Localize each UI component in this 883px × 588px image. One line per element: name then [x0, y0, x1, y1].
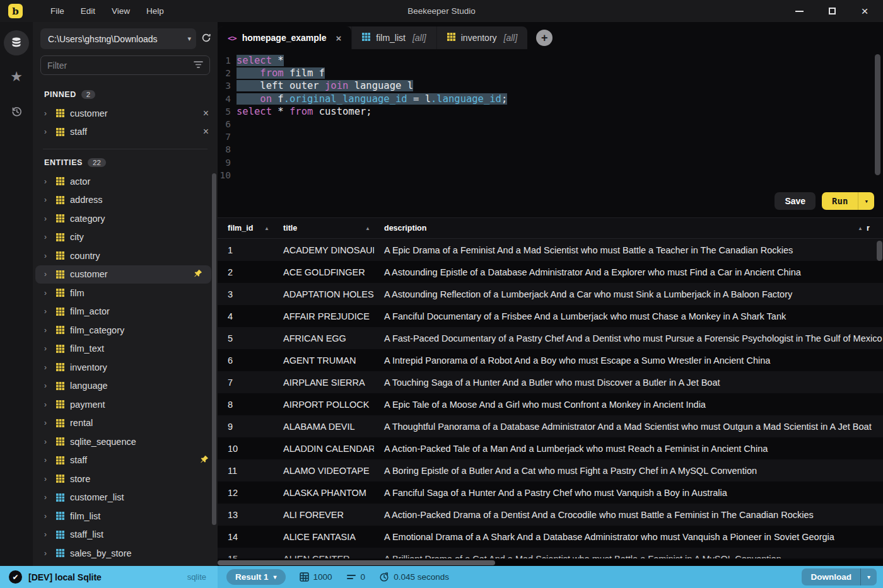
chevron-right-icon[interactable]: ›	[44, 127, 50, 136]
cell-description[interactable]: A Emotional Drama of a A Shark And a Dat…	[374, 532, 883, 542]
cell-film-id[interactable]: 9	[218, 422, 273, 432]
database-nav-icon[interactable]	[4, 30, 29, 55]
chevron-right-icon[interactable]: ›	[44, 214, 50, 223]
code-line-10[interactable]: 10	[218, 169, 883, 182]
chevron-right-icon[interactable]: ›	[44, 418, 50, 427]
cell-description[interactable]: A Epic Tale of a Moose And a Girl who mu…	[374, 400, 883, 410]
column-header-description[interactable]: description	[384, 224, 426, 233]
cell-title[interactable]: ALIEN CENTER	[273, 554, 374, 559]
code-line-4[interactable]: 4 on f.original_language_id = l.language…	[218, 93, 883, 105]
close-icon[interactable]: ×	[857, 3, 873, 20]
cell-description[interactable]: A Fanciful Saga of a Hunter And a Pastry…	[374, 488, 883, 498]
code-line-2[interactable]: 2 from film f	[218, 67, 883, 79]
table-row[interactable]: 2ACE GOLDFINGERA Astounding Epistle of a…	[218, 261, 883, 283]
cell-film-id[interactable]: 2	[218, 267, 273, 277]
pin-icon[interactable]	[200, 455, 209, 466]
chevron-right-icon[interactable]: ›	[44, 344, 50, 353]
tab-film-list[interactable]: film_list [all]	[351, 26, 436, 49]
table-row[interactable]: 4AFFAIR PREJUDICEA Fanciful Documentary …	[218, 305, 883, 327]
cell-film-id[interactable]: 14	[218, 532, 273, 542]
table-row[interactable]: 7AIRPLANE SIERRAA Touching Saga of a Hun…	[218, 371, 883, 393]
table-row[interactable]: 6AGENT TRUMANA Intrepid Panorama of a Ro…	[218, 349, 883, 371]
table-row[interactable]: 5AFRICAN EGGA Fast-Paced Documentary of …	[218, 327, 883, 349]
run-options-caret-icon[interactable]: ▾	[858, 192, 874, 210]
result-selector-button[interactable]: Result 1 ▾	[226, 569, 286, 585]
cell-film-id[interactable]: 3	[218, 289, 273, 299]
code-line-5[interactable]: 5select * from customer;	[218, 105, 883, 118]
entity-item-sales_by_store[interactable]: ›sales_by_store	[33, 544, 218, 563]
chevron-right-icon[interactable]: ›	[44, 109, 50, 118]
column-header-film-id[interactable]: film_id	[228, 224, 253, 233]
cell-title[interactable]: ALADDIN CALENDAR	[273, 444, 374, 454]
cell-title[interactable]: AFFAIR PREJUDICE	[273, 311, 374, 321]
new-tab-button[interactable]: +	[536, 30, 553, 46]
entity-item-language[interactable]: ›language	[33, 377, 218, 396]
cell-film-id[interactable]: 11	[218, 466, 273, 476]
chevron-right-icon[interactable]: ›	[44, 233, 50, 241]
cell-description[interactable]: A Fanciful Documentary of a Frisbee And …	[374, 311, 883, 321]
code-line-8[interactable]: 8	[218, 143, 883, 156]
chevron-right-icon[interactable]: ›	[44, 437, 50, 446]
cell-description[interactable]: A Thoughtful Panorama of a Database Admi…	[374, 422, 883, 432]
entity-item-customer_list[interactable]: ›customer_list	[33, 488, 218, 507]
chevron-right-icon[interactable]: ›	[44, 530, 50, 539]
entity-item-film_actor[interactable]: ›film_actor	[33, 303, 218, 321]
table-row[interactable]: 1ACADEMY DINOSAURA Epic Drama of a Femin…	[218, 239, 883, 261]
chevron-right-icon[interactable]: ›	[44, 456, 50, 464]
table-row[interactable]: 13ALI FOREVERA Action-Packed Drama of a …	[218, 504, 883, 526]
code-line-1[interactable]: 1select *	[218, 54, 883, 67]
entity-item-payment[interactable]: ›payment	[33, 395, 218, 414]
run-button[interactable]: Run ▾	[822, 192, 874, 210]
code-line-9[interactable]: 9	[218, 156, 883, 169]
chevron-right-icon[interactable]: ›	[44, 512, 50, 521]
cell-title[interactable]: ALAMO VIDEOTAPE	[273, 466, 374, 476]
entity-item-rental[interactable]: ›rental	[33, 414, 218, 433]
table-row[interactable]: 8AIRPORT POLLOCKA Epic Tale of a Moose A…	[218, 393, 883, 415]
menu-help[interactable]: Help	[146, 6, 164, 16]
maximize-icon[interactable]	[824, 3, 840, 20]
cell-film-id[interactable]: 13	[218, 510, 273, 520]
cell-description[interactable]: A Astounding Reflection of a Lumberjack …	[374, 289, 883, 299]
table-row[interactable]: 14ALICE FANTASIAA Emotional Drama of a A…	[218, 526, 883, 548]
entity-item-film_text[interactable]: ›film_text	[33, 340, 218, 359]
filter-icon[interactable]	[194, 60, 203, 71]
chevron-right-icon[interactable]: ›	[44, 493, 50, 502]
cell-description[interactable]: A Brilliant Drama of a Cat And a Mad Sci…	[374, 554, 883, 559]
favorites-nav-icon[interactable]: ★	[4, 64, 29, 89]
table-row[interactable]: 15ALIEN CENTERA Brilliant Drama of a Cat…	[218, 548, 883, 558]
cell-film-id[interactable]: 5	[218, 333, 273, 343]
table-row[interactable]: 12ALASKA PHANTOMA Fanciful Saga of a Hun…	[218, 481, 883, 504]
entity-item-country[interactable]: ›country	[33, 246, 218, 265]
table-row[interactable]: 9ALABAMA DEVILA Thoughtful Panorama of a…	[218, 415, 883, 437]
unpin-icon[interactable]: ×	[203, 108, 209, 119]
cell-film-id[interactable]: 15	[218, 554, 273, 559]
cell-title[interactable]: AIRPORT POLLOCK	[273, 400, 374, 410]
cell-film-id[interactable]: 6	[218, 355, 273, 366]
cell-description[interactable]: A Astounding Epistle of a Database Admin…	[374, 267, 883, 277]
entity-item-film_category[interactable]: ›film_category	[33, 321, 218, 340]
entity-item-film[interactable]: ›film	[33, 284, 218, 303]
tab-inventory[interactable]: inventory [all]	[436, 26, 528, 49]
minimize-icon[interactable]	[791, 3, 807, 20]
chevron-right-icon[interactable]: ›	[44, 549, 50, 558]
cell-film-id[interactable]: 1	[218, 245, 273, 255]
entity-item-city[interactable]: ›city	[33, 228, 218, 247]
cell-film-id[interactable]: 7	[218, 378, 273, 388]
entity-item-actor[interactable]: ›actor	[33, 172, 218, 191]
cell-title[interactable]: ALI FOREVER	[273, 510, 374, 520]
cell-title[interactable]: ADAPTATION HOLES	[273, 289, 374, 299]
cell-film-id[interactable]: 12	[218, 488, 273, 498]
chevron-right-icon[interactable]: ›	[44, 381, 50, 390]
cell-description[interactable]: A Action-Packed Tale of a Man And a Lumb…	[374, 444, 883, 454]
table-row[interactable]: 3ADAPTATION HOLESA Astounding Reflection…	[218, 283, 883, 305]
column-header-partial[interactable]: r	[867, 224, 870, 233]
tab-homepage-example[interactable]: <> homepage_example ×	[218, 26, 351, 49]
sql-editor[interactable]: 1select *2 from film f3 left outer join …	[218, 49, 883, 217]
table-row[interactable]: 11ALAMO VIDEOTAPEA Boring Epistle of a B…	[218, 459, 883, 481]
cell-film-id[interactable]: 8	[218, 400, 273, 410]
cell-description[interactable]: A Epic Drama of a Feminist And a Mad Sci…	[374, 245, 883, 255]
entity-item-staff[interactable]: ›staff	[33, 451, 218, 470]
entity-filter-input[interactable]: Filter	[40, 55, 210, 75]
results-horizontal-scrollbar-track[interactable]	[218, 560, 883, 566]
cell-description[interactable]: A Action-Packed Drama of a Dentist And a…	[374, 510, 883, 520]
